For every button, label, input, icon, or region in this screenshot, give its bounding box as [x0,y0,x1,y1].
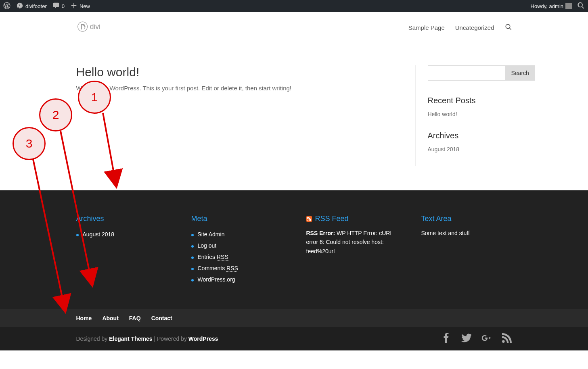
credits-designer-link[interactable]: Elegant Themes [109,336,152,342]
nav-sample-page[interactable]: Sample Page [408,24,445,31]
svg-point-0 [77,22,87,31]
widget-archives: Archives August 2018 [428,131,512,154]
google-plus-icon[interactable] [481,333,492,345]
widget-recent-posts: Recent Posts Hello world! [428,96,512,119]
footer-nav-faq[interactable]: FAQ [129,315,141,321]
wp-logo[interactable] [3,2,10,10]
bottom-bar: Designed by Elegant Themes | Powered by … [0,327,588,350]
rss-abbr: RSS [217,254,228,261]
adminbar-site-name: divifooter [25,3,47,9]
footer-widget-rss: RSS Feed RSS Error: WP HTTP Error: cURL … [306,215,397,285]
recent-post-link[interactable]: Hello world! [428,109,512,119]
gauge-icon [16,2,23,10]
footer-widget-text-content: Some text and stuff [421,229,512,238]
adminbar-account[interactable]: Howdy, admin [531,3,572,9]
post-body: Welcome to WordPress. This is your first… [76,85,391,92]
rss-error-text: RSS Error: WP HTTP Error: cURL error 6: … [306,229,397,256]
twitter-icon[interactable] [461,333,472,345]
svg-text:divi: divi [90,23,100,31]
search-input[interactable] [428,65,506,81]
meta-logout[interactable]: Log out [198,242,217,249]
footer-widget-archives: Archives August 2018 [76,215,167,285]
search-button[interactable]: Search [506,65,535,81]
avatar [565,3,572,9]
svg-point-2 [506,24,510,29]
archive-link[interactable]: August 2018 [428,144,512,154]
rss-icon[interactable] [502,333,512,345]
plus-icon [70,2,77,10]
annotation-callout-2: 2 [39,98,72,131]
footer-widget-meta: Meta Site Admin Log out Entries RSS Comm… [191,215,282,285]
comment-icon [52,2,60,10]
footer-widget-heading: Meta [191,215,282,223]
adminbar-howdy: Howdy, admin [531,3,563,9]
adminbar-comments-count: 0 [62,3,65,9]
adminbar-new-label: New [80,3,90,9]
footer-widget-heading: Archives [76,215,167,223]
meta-wordpress-org[interactable]: WordPress.org [198,276,235,283]
svg-line-3 [509,28,511,30]
rss-abbr: RSS [226,265,238,272]
meta-entries-rss[interactable]: Entries RSS [198,254,228,260]
footer-widget-heading: RSS Feed [306,215,397,223]
nav-uncategorized[interactable]: Uncategorized [455,24,494,31]
rss-icon [306,216,312,222]
adminbar-site-link[interactable]: divifooter [16,2,47,10]
widget-heading: Archives [428,131,512,140]
post-title: Hello world! [76,65,391,79]
footer-nav-about[interactable]: About [102,315,118,321]
adminbar-new[interactable]: New [70,2,90,10]
main-column: Hello world! Welcome to WordPress. This … [76,65,391,166]
wp-admin-bar: divifooter 0 New Howdy, admin [0,0,588,12]
footer-widgets: Archives August 2018 Meta Site Admin Log… [0,190,588,309]
footer-archive-link[interactable]: August 2018 [83,231,115,238]
svg-point-5 [502,340,505,343]
footer-nav-home[interactable]: Home [76,315,92,321]
footer-credits: Designed by Elegant Themes | Powered by … [76,336,218,342]
footer-nav: Home About FAQ Contact [0,309,588,327]
search-icon [578,2,585,10]
main-nav: Sample Page Uncategorized [408,23,512,32]
widget-heading: Recent Posts [428,96,512,105]
footer-widget-text: Text Area Some text and stuff [421,215,512,285]
annotation-callout-3: 3 [13,127,46,160]
adminbar-search[interactable] [578,2,585,10]
facebook-icon[interactable] [441,333,452,345]
adminbar-comments[interactable]: 0 [52,2,65,10]
sidebar-search: Search [428,65,512,81]
meta-site-admin[interactable]: Site Admin [198,231,225,238]
credits-platform-link[interactable]: WordPress [188,336,218,342]
wordpress-icon [3,2,10,10]
footer-nav-contact[interactable]: Contact [151,315,172,321]
sidebar: Search Recent Posts Hello world! Archive… [415,65,512,166]
svg-point-4 [307,219,308,221]
meta-comments-rss[interactable]: Comments RSS [198,265,238,271]
site-logo[interactable]: divi [76,19,117,36]
header-search-icon[interactable] [505,23,512,32]
content-area: Hello world! Welcome to WordPress. This … [76,43,512,190]
footer-widget-heading: Text Area [421,215,512,223]
social-icons [441,333,512,345]
site-header: divi Sample Page Uncategorized [0,12,588,43]
